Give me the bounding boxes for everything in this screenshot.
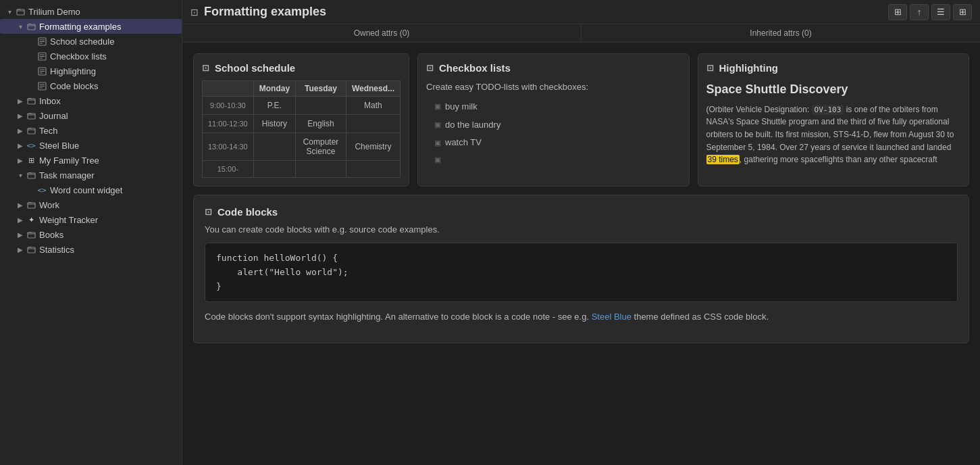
cell-time: 11:00-12:30 [203,115,254,133]
cell-wednesday: Math [346,97,400,115]
sidebar-item-trilium-demo[interactable]: ▾Trilium Demo [0,4,182,19]
checkbox-lists-icon: ⊡ [426,63,434,73]
ov-code: OV-103 [812,105,844,115]
highlighting-title: Highlighting [719,62,778,74]
icon-note-highlighting [36,66,47,76]
icon-folder-inbox [26,95,36,106]
cell-wednesday [346,115,400,133]
highlight-body2: , gathering more spaceflights than any o… [740,155,937,164]
code-blocks-section: ⊡ Code blocks You can create code blocks… [193,195,969,343]
cell-wednesday: Chemistry [346,133,400,161]
cell-time: 15:00- [203,161,254,178]
icon-code-word-count-widget: <> [36,185,47,195]
toggle-journal: ▶ [15,110,26,121]
toggle-formatting-examples: ▾ [15,21,26,32]
label-weight-tracker: Weight Tracker [39,215,178,225]
svg-rect-1 [28,24,35,30]
steel-blue-link[interactable]: Steel Blue [592,312,631,322]
cell-wednesday [346,161,400,178]
label-trilium-demo: Trilium Demo [28,7,178,17]
icon-folder-tech [26,125,36,136]
col-wednesday: Wednesd... [346,81,400,97]
list-item [434,154,681,166]
sidebar-item-school-schedule[interactable]: School schedule [0,34,182,49]
toolbar-btn-3[interactable]: ☰ [931,4,950,20]
label-statistics: Statistics [39,245,178,255]
list-item: do the laundry [434,118,681,132]
toggle-code-blocks [26,80,36,91]
svg-rect-18 [28,99,35,104]
sidebar-item-books[interactable]: ▶Books [0,227,182,242]
toolbar-btn-2[interactable]: ↑ [910,4,929,20]
sidebar-item-my-family-tree[interactable]: ▶⊞My Family Tree [0,153,182,168]
code-footer-end: theme defined as CSS code block. [631,312,769,322]
page-header: ⊡ Formatting examples ⊞ ↑ ☰ ⊞ [182,0,980,24]
sidebar-item-weight-tracker[interactable]: ▶✦Weight Tracker [0,212,182,227]
sidebar-item-steel-blue[interactable]: ▶<>Steel Blue [0,138,182,153]
icon-map-my-family-tree: ⊞ [26,155,36,166]
icon-folder-books [26,229,36,240]
content-area: ⊡ School schedule Monday Tuesday Wednesd… [182,43,980,465]
label-books: Books [39,230,178,240]
sidebar-item-inbox[interactable]: ▶Inbox [0,93,182,108]
school-schedule-icon: ⊡ [202,63,209,73]
toolbar-btn-1[interactable]: ⊞ [888,4,907,20]
code-footer-start: Code blocks don't support syntax highlig… [205,312,592,322]
owned-attrs: Owned attrs (0) [182,24,582,42]
sidebar-item-tech[interactable]: ▶Tech [0,123,182,138]
sidebar-item-highlighting[interactable]: Highlighting [0,64,182,78]
toolbar-btn-4[interactable]: ⊞ [953,4,972,20]
icon-folder-task-manager [26,170,36,180]
cards-row-top: ⊡ School schedule Monday Tuesday Wednesd… [193,53,969,187]
sidebar-item-checkbox-lists[interactable]: Checkbox lists [0,49,182,64]
svg-rect-24 [28,247,35,253]
sidebar-item-statistics[interactable]: ▶Statistics [0,242,182,257]
code-footer: Code blocks don't support syntax highlig… [205,310,958,324]
col-monday: Monday [253,81,295,97]
sidebar-item-code-blocks[interactable]: Code blocks [0,78,182,93]
col-tuesday: Tuesday [296,81,346,97]
toggle-tech: ▶ [15,125,26,136]
list-item: watch TV [434,136,681,150]
toggle-books: ▶ [15,229,26,240]
toggle-task-manager: ▾ [15,170,26,180]
icon-code-steel-blue: <> [26,140,36,151]
code-blocks-title: Code blocks [217,206,278,218]
toggle-weight-tracker: ▶ [15,214,26,225]
table-row: 9:00-10:30P.E.Math [203,97,401,115]
svg-rect-20 [28,128,35,134]
table-row: 13:00-14:30Computer ScienceChemistry [203,133,401,161]
school-schedule-title: School schedule [215,62,295,74]
label-highlighting: Highlighting [50,66,178,76]
code-blocks-icon: ⊡ [205,207,212,217]
list-item: buy milk [434,100,681,114]
cell-monday [253,161,295,178]
code-block-content: function helloWorld() { alert("Hello wor… [205,243,958,302]
sidebar-item-formatting-examples[interactable]: ▾Formatting examples [0,19,182,34]
toggle-work: ▶ [15,199,26,210]
code-blocks-description: You can create code blocks with e.g. sou… [205,224,958,235]
icon-note-code-blocks [36,80,47,91]
label-formatting-examples: Formatting examples [39,22,178,32]
label-code-blocks: Code blocks [50,81,178,91]
svg-rect-19 [28,114,35,119]
code-blocks-title-row: ⊡ Code blocks [205,206,958,218]
sidebar-item-work[interactable]: ▶Work [0,197,182,212]
icon-note-school-schedule [36,36,47,47]
highlighting-icon: ⊡ [706,63,714,73]
label-steel-blue: Steel Blue [39,141,178,151]
sidebar-item-journal[interactable]: ▶Journal [0,108,182,123]
label-work: Work [39,200,178,210]
checkbox-lists-title: Checkbox lists [439,62,511,74]
inherited-attrs: Inherited attrs (0) [582,24,980,42]
label-tech: Tech [39,126,178,136]
sidebar-item-task-manager[interactable]: ▾Task manager [0,168,182,182]
schedule-table: Monday Tuesday Wednesd... 9:00-10:30P.E.… [202,80,401,178]
toggle-trilium-demo: ▾ [4,6,15,17]
svg-rect-22 [28,203,35,208]
cell-monday [253,133,295,161]
page-title: Formatting examples [204,5,326,19]
icon-folder-formatting-examples [26,21,36,32]
sidebar-item-word-count-widget[interactable]: <>Word count widget [0,182,182,197]
school-schedule-card: ⊡ School schedule Monday Tuesday Wednesd… [193,53,409,187]
